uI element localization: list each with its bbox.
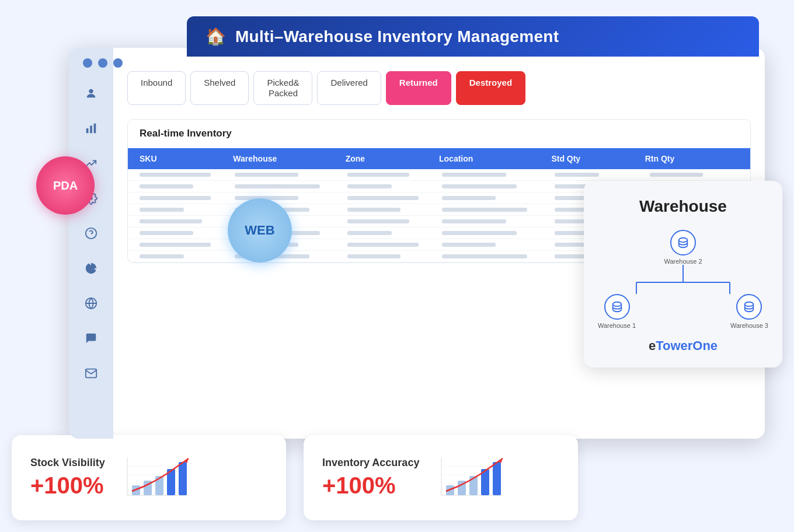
warehouse-label-3: Warehouse 3 [730, 322, 768, 329]
cell [140, 219, 202, 223]
cell [235, 184, 320, 188]
sidebar-icon-chat[interactable] [81, 328, 102, 349]
inventory-title: Real-time Inventory [128, 120, 750, 148]
warehouse-node-3: Warehouse 3 [730, 294, 768, 329]
svg-rect-1 [86, 128, 89, 133]
stat-cards: Stock Visibility +100% [12, 435, 578, 520]
tab-shelved[interactable]: Shelved [190, 71, 249, 105]
warehouse-label-1: Warehouse 1 [598, 322, 636, 329]
cell [347, 208, 401, 212]
warehouse-label-2: Warehouse 2 [664, 258, 702, 265]
warehouse-icon-2 [670, 230, 696, 256]
warehouse-node-1: Warehouse 1 [598, 294, 636, 329]
warehouse-icon-1 [604, 294, 630, 320]
window-dot-1 [83, 58, 92, 68]
cell [347, 219, 410, 223]
cell [140, 184, 193, 188]
window-dot-2 [98, 58, 107, 68]
cell [347, 196, 419, 200]
tab-delivered[interactable]: Delivered [317, 71, 381, 105]
svg-point-14 [745, 302, 754, 306]
warehouse-connector-svg [598, 265, 768, 294]
window-chrome [83, 58, 123, 68]
stat-label-stock: Stock Visibility [30, 457, 105, 469]
sidebar-icon-help[interactable] [81, 223, 102, 244]
stat-value-accuracy: +100% [322, 473, 419, 499]
cell [442, 196, 496, 200]
cell [442, 243, 496, 247]
col-warehouse: Warehouse [233, 154, 345, 163]
mini-chart-accuracy [436, 452, 506, 504]
sidebar [69, 48, 113, 439]
stat-value-stock: +100% [30, 473, 105, 499]
cell [140, 173, 211, 177]
web-bubble: WEB [228, 198, 292, 262]
svg-rect-35 [493, 462, 501, 495]
window-dot-3 [113, 58, 123, 68]
mini-chart-stock [121, 452, 191, 504]
cell [347, 243, 419, 247]
stat-card-stock: Stock Visibility +100% [12, 435, 286, 520]
cell [442, 254, 527, 258]
warehouse-node-2: Warehouse 2 [664, 230, 702, 265]
col-location: Location [439, 154, 551, 163]
col-std-qty: Std Qty [551, 154, 645, 163]
svg-rect-2 [90, 125, 92, 133]
cell [442, 231, 517, 235]
svg-rect-3 [94, 124, 96, 134]
svg-point-8 [679, 238, 688, 242]
table-row [128, 169, 750, 181]
col-zone: Zone [346, 154, 439, 163]
table-header: SKU Warehouse Zone Location Std Qty Rtn … [128, 148, 750, 169]
cell [442, 173, 506, 177]
brand-prefix: e [649, 338, 656, 353]
pda-bubble: PDA [36, 156, 95, 215]
chart-svg-stock [121, 452, 191, 504]
cell [650, 173, 704, 177]
stat-label-accuracy: Inventory Accuracy [322, 457, 419, 469]
cell [442, 184, 517, 188]
svg-point-13 [612, 302, 621, 306]
brand-tower: Tower [656, 338, 692, 353]
cell [140, 243, 211, 247]
warehouse-card-title: Warehouse [598, 197, 768, 216]
sidebar-icon-mail[interactable] [81, 363, 102, 384]
cell [140, 196, 211, 200]
sidebar-icon-chart[interactable] [81, 118, 102, 139]
stat-card-accuracy: Inventory Accuracy +100% [304, 435, 578, 520]
col-sku: SKU [140, 154, 233, 163]
stat-text-stock: Stock Visibility +100% [30, 457, 105, 499]
chart-svg-accuracy [436, 452, 506, 504]
cell [442, 219, 506, 223]
cell [347, 254, 401, 258]
tab-picked-packed[interactable]: Picked&Packed [253, 71, 312, 105]
brand-etowerone: eTowerOne [598, 338, 768, 354]
svg-rect-24 [179, 462, 187, 495]
warehouse-card: Warehouse Warehouse 2 [584, 181, 782, 368]
title-bar: 🏠 Multi–Warehouse Inventory Management [187, 16, 759, 57]
cell [140, 254, 184, 258]
sidebar-icon-user[interactable] [81, 83, 102, 104]
cell [347, 184, 392, 188]
sidebar-icon-pie[interactable] [81, 258, 102, 279]
warehouse-diagram: Warehouse 2 Wareho [598, 230, 768, 329]
cell [347, 173, 410, 177]
tab-bar: Inbound Shelved Picked&Packed Delivered … [127, 71, 751, 105]
page-title: Multi–Warehouse Inventory Management [235, 27, 559, 46]
cell [347, 231, 392, 235]
cell [555, 173, 599, 177]
cell [235, 173, 299, 177]
cell [140, 208, 184, 212]
sidebar-icon-globe[interactable] [81, 293, 102, 314]
tab-destroyed[interactable]: Destroyed [456, 71, 525, 105]
cell [442, 208, 527, 212]
svg-point-0 [89, 89, 93, 93]
stat-text-accuracy: Inventory Accuracy +100% [322, 457, 419, 499]
cell [140, 231, 193, 235]
tab-returned[interactable]: Returned [386, 71, 451, 105]
col-rtn-qty: Rtn Qty [645, 154, 739, 163]
brand-suffix: One [692, 338, 718, 353]
home-icon: 🏠 [206, 27, 226, 46]
warehouse-icon-3 [736, 294, 762, 320]
tab-inbound[interactable]: Inbound [127, 71, 186, 105]
